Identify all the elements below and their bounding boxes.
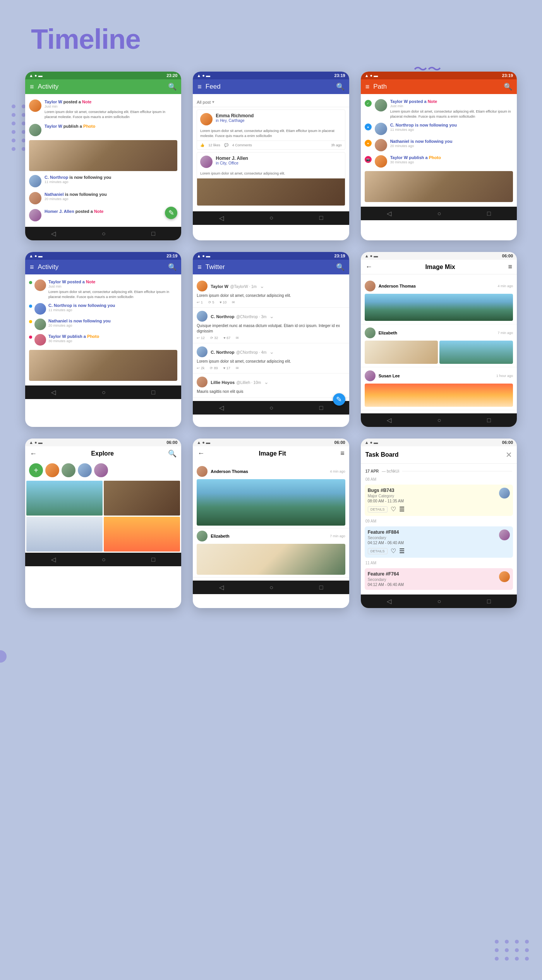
- menu-icon-4[interactable]: ≡: [30, 263, 34, 271]
- task-details-btn-1[interactable]: DETAILS: [368, 506, 388, 512]
- feed-card-meta-2: Homer J. Allen in City, Office: [216, 156, 341, 165]
- status-bar-7: ▲ ● ▬ 06:00: [25, 439, 181, 446]
- nav-square-4[interactable]: □: [151, 389, 155, 396]
- nav-home-2[interactable]: ○: [269, 214, 273, 221]
- task-notes-icon-2[interactable]: ☰: [399, 547, 405, 555]
- nav-home-6[interactable]: ○: [437, 417, 441, 424]
- imgfit-back[interactable]: ←: [197, 449, 204, 457]
- status-icons-2: ▲ ● ▬: [197, 73, 210, 78]
- explore-add-btn[interactable]: +: [29, 463, 43, 477]
- explore-av-4: [94, 463, 108, 477]
- tweet-msg-2[interactable]: ✉: [236, 336, 239, 340]
- search-icon-3[interactable]: 🔍: [504, 82, 512, 91]
- nav-bar-4: ◁ ○ □: [25, 385, 181, 399]
- avatar-nathaniel-1: [29, 192, 41, 204]
- tweet-like-3[interactable]: ♥ 17: [223, 366, 230, 370]
- task-notes-icon-1[interactable]: ☰: [399, 505, 405, 513]
- tweet-retweet-3[interactable]: ⟳ 89: [210, 366, 218, 370]
- menu-icon-5[interactable]: ≡: [197, 263, 202, 271]
- taskboard-close[interactable]: ✕: [506, 450, 512, 459]
- explore-back[interactable]: ←: [30, 450, 37, 458]
- photo-block-inner-act2: [29, 350, 177, 381]
- act2-user-2: C. Northrop: [48, 303, 72, 308]
- path-sub-1: Just min: [390, 104, 513, 108]
- nav-home-1[interactable]: ○: [102, 230, 106, 237]
- nav-square-8[interactable]: □: [319, 584, 323, 591]
- status-bar-6: ▲ ● ▬ 06:00: [361, 252, 517, 260]
- nav-square-6[interactable]: □: [487, 417, 491, 424]
- search-icon-1[interactable]: 🔍: [168, 82, 177, 91]
- search-icon-4[interactable]: 🔍: [168, 263, 177, 271]
- nav-back-4[interactable]: ◁: [51, 389, 56, 396]
- time-3: 23:19: [502, 73, 513, 78]
- nav-back-7[interactable]: ◁: [51, 556, 56, 563]
- filter-row[interactable]: All post ▾: [193, 97, 349, 107]
- act2-title-1: Taylor W posted a Note: [48, 279, 177, 284]
- act2-text-2: C. Northrop is now following you 11 minu…: [48, 303, 177, 312]
- img-post-3: Susan Lee 1 hour ago: [361, 367, 517, 410]
- task-cat-2: Secondary: [368, 536, 510, 540]
- tweet-like-2[interactable]: ♥ 67: [223, 336, 230, 340]
- nav-home-8[interactable]: ○: [269, 584, 273, 591]
- nav-home-5[interactable]: ○: [269, 404, 273, 411]
- tweet-like-1[interactable]: ♥ 10: [220, 300, 226, 304]
- nav-home-3[interactable]: ○: [437, 210, 441, 217]
- search-icon-5[interactable]: 🔍: [336, 263, 345, 271]
- tweet-expand-3[interactable]: ⌄: [269, 349, 274, 355]
- comment-icon-1[interactable]: 💬: [224, 143, 228, 147]
- task-card-2: Feature #F884 Secondary 04:12 AM - 06:40…: [365, 526, 513, 558]
- fab-twitter[interactable]: ✎: [333, 393, 345, 406]
- tweet-retweet-1[interactable]: ⟳ 5: [208, 300, 214, 304]
- nav-square-9[interactable]: □: [487, 598, 491, 605]
- nav-back-1[interactable]: ◁: [51, 230, 56, 237]
- tweet-msg-3[interactable]: ✉: [236, 366, 239, 370]
- menu-dots-6[interactable]: ≡: [508, 263, 512, 271]
- nav-bar-3: ◁ ○ □: [361, 207, 517, 220]
- nav-back-2[interactable]: ◁: [219, 214, 224, 222]
- time-5: 23:19: [334, 254, 345, 258]
- ind-dot-1: [29, 281, 32, 284]
- tweet-actions-3: ↩ 2k ⟳ 89 ♥ 17 ✉: [197, 366, 345, 370]
- tweet-body-2: Quisque imperdiet nunc at massa dictum v…: [197, 323, 345, 334]
- nav-back-9[interactable]: ◁: [387, 598, 391, 605]
- search-icon-2[interactable]: 🔍: [336, 82, 345, 91]
- nav-home-7[interactable]: ○: [102, 556, 106, 563]
- nav-home-4[interactable]: ○: [102, 389, 106, 396]
- nav-home-9[interactable]: ○: [437, 598, 441, 605]
- nav-back-5[interactable]: ◁: [219, 404, 224, 411]
- mountain-image-1: [365, 294, 513, 321]
- nav-back-6[interactable]: ◁: [387, 416, 391, 424]
- nav-square-5[interactable]: □: [319, 404, 323, 411]
- status-bar-2: ▲ ● ▬ 23:19: [193, 72, 349, 79]
- menu-icon-2[interactable]: ≡: [197, 83, 202, 91]
- task-details-btn-2[interactable]: DETAILS: [368, 548, 388, 554]
- user-name-3: C. Northrop: [45, 175, 68, 180]
- menu-icon-1[interactable]: ≡: [30, 83, 34, 91]
- task-like-icon-1[interactable]: ♡: [391, 505, 396, 513]
- task-like-icon-2[interactable]: ♡: [391, 547, 396, 555]
- dot-decoration-mid-left: [0, 650, 7, 663]
- tweet-expand-4[interactable]: ⌄: [264, 379, 269, 385]
- tweet-reply-2[interactable]: ↩ 12: [197, 336, 205, 340]
- nav-square-2[interactable]: □: [319, 214, 323, 221]
- twitter-content: Taylor W @TaylorW · 1m ⌄ Lorem ipsum dol…: [193, 274, 349, 401]
- tweet-retweet-2[interactable]: ⟳ 32: [210, 336, 218, 340]
- explore-search[interactable]: 🔍: [168, 449, 177, 458]
- nav-square-1[interactable]: □: [151, 230, 155, 237]
- like-icon-1[interactable]: 👍: [200, 143, 204, 147]
- tweet-msg-1[interactable]: ✉: [232, 300, 235, 304]
- tweet-reply-1[interactable]: ↩ 1: [197, 300, 203, 304]
- appbar-path: ≡ Path 🔍: [361, 79, 517, 94]
- menu-icon-3[interactable]: ≡: [365, 83, 370, 91]
- nav-square-3[interactable]: □: [487, 210, 491, 217]
- tweet-expand-2[interactable]: ⌄: [269, 313, 274, 319]
- back-arrow-6[interactable]: ←: [365, 263, 372, 271]
- time-6: 06:00: [502, 254, 513, 258]
- tweet-reply-3[interactable]: ↩ 2k: [197, 366, 204, 370]
- imgfit-menu[interactable]: ≡: [340, 449, 345, 457]
- img-post-1: Anderson Thomas 4 min ago: [361, 278, 517, 324]
- nav-back-3[interactable]: ◁: [387, 210, 391, 217]
- tweet-expand-1[interactable]: ⌄: [260, 283, 264, 289]
- nav-back-8[interactable]: ◁: [219, 584, 224, 591]
- nav-square-7[interactable]: □: [151, 556, 155, 563]
